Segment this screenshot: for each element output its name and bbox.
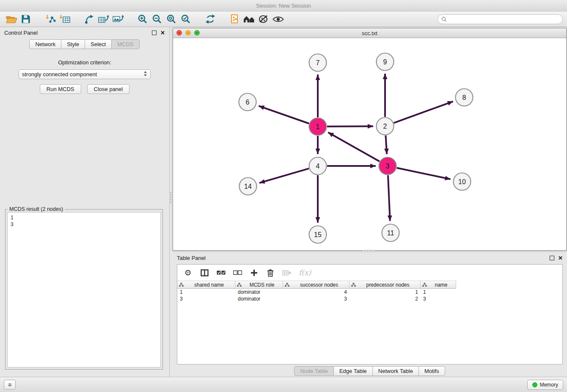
column-header-shared-name[interactable]: shared name <box>177 281 235 289</box>
tab-network-table[interactable]: Network Table <box>372 366 419 376</box>
edge-3-11[interactable] <box>388 175 390 221</box>
network-window-titlebar[interactable]: × − + scc.txt <box>173 28 566 38</box>
zoom-window-icon[interactable]: + <box>194 30 200 36</box>
unselect-all-columns-button[interactable] <box>233 268 242 278</box>
close-panel-icon[interactable]: ✕ <box>160 30 165 36</box>
tab-motifs[interactable]: Motifs <box>418 366 445 376</box>
clone-network-button[interactable] <box>228 13 242 25</box>
column-label: shared name <box>185 282 233 288</box>
table-cell: 1 <box>350 289 421 295</box>
node-8[interactable]: 8 <box>456 89 473 106</box>
memory-button[interactable]: Memory <box>527 380 563 390</box>
optimization-criterion-select[interactable]: strongly connected component <box>19 69 151 79</box>
tab-network[interactable]: Network <box>29 39 61 49</box>
export-network-button[interactable] <box>82 13 96 25</box>
close-table-panel-icon[interactable]: ✕ <box>558 255 563 261</box>
float-panel-icon[interactable] <box>152 30 157 35</box>
search-field[interactable] <box>438 14 563 24</box>
edge-4-14[interactable] <box>259 168 309 183</box>
zoom-selected-button[interactable] <box>179 13 193 25</box>
node-table: ⚙ <box>177 264 563 364</box>
svg-text:15: 15 <box>314 231 322 238</box>
column-header-name[interactable]: name <box>421 281 456 289</box>
network-canvas[interactable]: 7968124314101511 <box>173 38 566 251</box>
table-settings-button[interactable]: ⚙ <box>183 268 193 278</box>
column-header-predecessor-nodes[interactable]: predecessor nodes <box>350 281 421 289</box>
zoom-fit-button[interactable] <box>164 13 179 25</box>
column-tree-icon <box>179 283 184 287</box>
window-title: Session: New Session <box>256 3 311 9</box>
tab-edge-table[interactable]: Edge Table <box>333 366 373 376</box>
main-toolbar <box>0 11 567 27</box>
open-session-button[interactable] <box>4 13 19 25</box>
task-history-button[interactable]: ≡ <box>4 380 16 389</box>
column-tree-icon <box>237 283 242 287</box>
table-toolbar: ⚙ <box>177 265 562 281</box>
node-4[interactable]: 4 <box>309 157 327 175</box>
float-table-panel-icon[interactable] <box>550 256 554 260</box>
criterion-value: strongly connected component <box>22 71 97 77</box>
node-9[interactable]: 9 <box>377 53 394 71</box>
delete-column-button[interactable] <box>266 268 275 278</box>
edge-1-6[interactable] <box>259 106 309 124</box>
horizontal-splitter-handle[interactable] <box>363 250 374 252</box>
apply-style-button[interactable] <box>256 13 271 25</box>
create-column-button[interactable] <box>249 268 259 278</box>
node-10[interactable]: 10 <box>454 173 471 190</box>
table-cell: 2 <box>350 296 421 302</box>
node-1[interactable]: 1 <box>309 118 327 135</box>
edge-3-10[interactable] <box>397 168 451 179</box>
show-columns-button[interactable] <box>200 268 209 278</box>
delete-table-button[interactable] <box>282 268 292 278</box>
table-cell: dominator <box>235 296 283 302</box>
node-3[interactable]: 3 <box>379 157 396 175</box>
table-tabs: Node TableEdge TableNetwork TableMotifs <box>173 366 567 376</box>
function-builder-button[interactable]: f(x) <box>299 268 311 278</box>
node-11[interactable]: 11 <box>382 224 399 242</box>
svg-text:10: 10 <box>458 178 466 185</box>
search-input[interactable] <box>449 16 559 22</box>
node-15[interactable]: 15 <box>309 226 327 243</box>
edge-1-2[interactable] <box>327 126 373 127</box>
table-row[interactable]: 3dominator323 <box>177 295 562 302</box>
edge-3-1[interactable] <box>328 133 379 161</box>
vertical-splitter-handle[interactable] <box>169 191 171 203</box>
run-mcds-button[interactable]: Run MCDS <box>40 84 81 94</box>
node-6[interactable]: 6 <box>239 94 256 111</box>
edge-2-8[interactable] <box>394 102 453 123</box>
table-cell: dominator <box>235 289 283 295</box>
minimize-window-icon[interactable]: − <box>185 30 191 36</box>
refresh-button[interactable] <box>203 13 217 25</box>
column-header-mcds-role[interactable]: MCDS role <box>235 281 283 289</box>
delete-table-icon <box>282 270 292 276</box>
edge-2-3[interactable] <box>385 135 387 154</box>
tab-node-table[interactable]: Node Table <box>294 366 334 376</box>
home-button[interactable] <box>242 13 256 25</box>
table-row[interactable]: 1dominator411 <box>177 289 562 295</box>
select-all-columns-button[interactable] <box>216 268 226 278</box>
zoom-out-button[interactable] <box>150 13 164 25</box>
column-header-successor-nodes[interactable]: successor nodes <box>283 281 350 289</box>
optimization-label: Optimization criterion: <box>0 59 169 66</box>
import-table-button[interactable] <box>58 13 72 25</box>
network-window: × − + scc.txt 7968124314101511 <box>173 28 567 251</box>
node-2[interactable]: 2 <box>377 118 394 135</box>
close-panel-button[interactable]: Close panel <box>87 84 130 94</box>
control-panel: Control Panel ✕ NetworkStyleSelectMCDS O… <box>0 27 170 377</box>
save-session-button[interactable] <box>19 13 33 25</box>
node-7[interactable]: 7 <box>309 54 327 72</box>
import-network-button[interactable] <box>43 13 58 25</box>
tab-style[interactable]: Style <box>61 39 85 49</box>
zoom-in-button[interactable] <box>135 13 150 25</box>
column-label: successor nodes <box>291 282 347 288</box>
tab-select[interactable]: Select <box>85 39 112 49</box>
window-titlebar: Session: New Session <box>0 0 567 11</box>
export-table-button[interactable] <box>96 13 111 25</box>
export-image-button[interactable] <box>111 13 125 25</box>
node-14[interactable]: 14 <box>239 178 257 195</box>
show-hide-button[interactable] <box>271 13 285 25</box>
zoom-in-icon <box>138 14 148 24</box>
tab-mcds[interactable]: MCDS <box>111 39 139 49</box>
close-window-icon[interactable]: × <box>176 30 182 36</box>
mcds-result-text[interactable]: 1 3 <box>7 212 161 367</box>
